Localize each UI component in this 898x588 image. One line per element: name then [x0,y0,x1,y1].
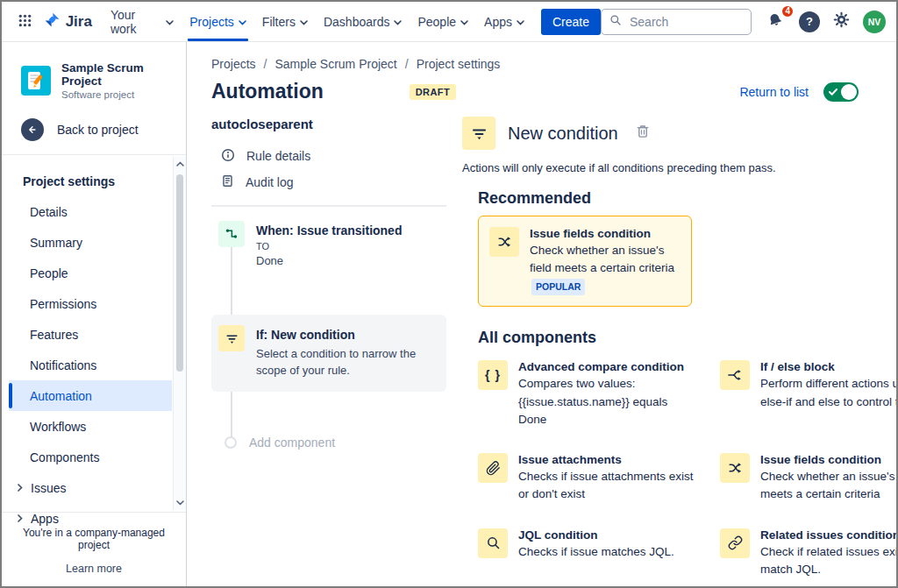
automation-columns: autocloseparent Rule details [211,117,882,586]
jira-logo-icon [43,11,61,32]
nav-item-apps[interactable]: Apps [476,2,532,41]
condition-description: Select a condition to narrow the scope o… [256,346,436,379]
component-advanced-compare-condition[interactable]: { } Advanced compare condition Compares … [478,360,697,429]
paperclip-icon [478,453,508,483]
breadcrumb-project-name[interactable]: Sample Scrum Project [274,57,396,71]
sidebar-item-people[interactable]: People [9,258,172,288]
components-grid: { } Advanced compare condition Compares … [478,360,882,586]
sidebar-item-notifications[interactable]: Notifications [9,350,172,380]
breadcrumb-projects[interactable]: Projects [211,57,256,71]
page-title: Automation [211,80,324,103]
recommended-card-text: Issue fields condition Check whether an … [530,227,681,295]
breadcrumb-separator: / [405,57,409,71]
filter-icon [218,325,245,351]
sidebar-item-issues[interactable]: Issues [9,472,172,503]
notifications-button[interactable]: 4 [764,11,787,32]
project-sidebar: Sample Scrum Project Software project Ba… [2,42,187,586]
picker-subtitle: Actions will only execute if all conditi… [462,161,882,174]
scrollbar-thumb[interactable] [176,174,183,372]
component-jql-condition[interactable]: JQL condition Checks if issue matches JQ… [478,528,697,579]
component-description: Check whether an issue's field meets a c… [530,242,681,295]
component-text: Issue attachments Checks if issue attach… [518,453,697,504]
question-mark-icon: ? [806,15,813,28]
scroll-down-arrow-icon[interactable] [174,496,186,510]
shuffle-icon [720,453,750,483]
recommended-heading: Recommended [478,189,882,208]
search-icon [478,528,508,558]
search-input[interactable] [628,14,743,30]
nav-item-filters[interactable]: Filters [254,2,316,41]
jira-logo[interactable]: Jira [43,11,92,32]
picker-header: New condition [462,117,882,150]
sidebar-item-features[interactable]: Features [9,319,172,350]
component-issue-attachments[interactable]: Issue attachments Checks if issue attach… [478,453,697,504]
settings-button[interactable] [832,11,851,32]
component-issue-fields-condition[interactable]: Issue fields condition Check whether an … [720,453,896,504]
sidebar-item-permissions[interactable]: Permissions [9,288,172,319]
picker-title: New condition [508,124,618,144]
component-if-else-block[interactable]: If / else block Perform different action… [720,360,896,429]
nav-item-people[interactable]: People [410,2,476,41]
learn-more-link[interactable]: Learn more [66,563,122,575]
sidebar-item-components[interactable]: Components [9,442,172,472]
nav-item-your-work[interactable]: Your work [103,2,182,41]
trigger-node-text: When: Issue transitioned TO Done [256,221,402,267]
component-text: Issue fields condition Check whether an … [760,453,896,504]
rule-menu: Rule details Audit log [211,143,446,195]
sidebar-item-workflows[interactable]: Workflows [9,411,172,442]
toggle-knob [841,84,857,100]
delete-condition-button[interactable] [637,124,649,142]
settings-nav-heading: Project settings [2,166,172,196]
sidebar-item-details[interactable]: Details [9,196,172,227]
rule-enabled-toggle[interactable] [823,82,859,102]
top-navigation-bar: Jira Your work Projects Filters Dashboar… [2,2,896,42]
page-content: Sample Scrum Project Software project Ba… [2,42,896,586]
chevron-down-icon [239,20,246,25]
nav-item-projects[interactable]: Projects [182,2,254,41]
jira-window: Jira Your work Projects Filters Dashboar… [0,0,898,588]
user-avatar[interactable]: NV [863,11,886,33]
create-button[interactable]: Create [541,9,601,35]
sidebar-scrollbar[interactable] [173,157,186,510]
add-component-row[interactable]: Add component [211,436,446,450]
condition-node-selected[interactable]: If: New condition Select a condition to … [211,315,446,392]
nav-item-dashboards[interactable]: Dashboards [316,2,410,41]
component-text: If / else block Perform different action… [760,360,896,429]
sidebar-item-apps[interactable]: Apps [9,503,172,534]
back-to-project-button[interactable]: Back to project [2,103,186,154]
breadcrumb-project-settings[interactable]: Project settings [417,57,501,71]
main-panel: Projects / Sample Scrum Project / Projec… [187,42,896,586]
component-picker-panel: New condition Actions will only execute … [462,117,882,586]
chevron-right-icon [18,484,23,492]
braces-icon: { } [478,360,508,390]
project-type: Software project [61,89,175,100]
shuffle-icon [489,227,519,257]
global-search[interactable] [601,9,752,35]
arrow-left-icon [21,118,44,141]
chevron-down-icon [300,20,308,25]
branch-icon [720,360,750,390]
breadcrumb-separator: / [264,57,267,71]
transition-trigger-icon [218,221,245,247]
return-to-list-link[interactable]: Return to list [739,85,809,99]
scroll-up-arrow-icon[interactable] [174,157,186,171]
project-title-block: Sample Scrum Project Software project [61,61,175,100]
component-text: Advanced compare condition Compares two … [518,360,697,429]
project-name: Sample Scrum Project [61,61,175,88]
back-to-project-label: Back to project [57,123,139,137]
recommended-issue-fields-condition-card[interactable]: Issue fields condition Check whether an … [478,216,692,307]
sidebar-item-summary[interactable]: Summary [9,227,172,258]
app-grid-icon [18,13,32,31]
check-icon [829,89,837,96]
help-button[interactable]: ? [799,11,820,32]
audit-log-item[interactable]: Audit log [211,169,446,195]
sidebar-item-automation[interactable]: Automation [9,380,172,411]
project-avatar-icon [21,66,51,96]
draft-status-badge: DRAFT [410,84,456,100]
component-text: JQL condition Checks if issue matches JQ… [518,528,674,579]
component-related-issues-condition[interactable]: Related issues condition Check if relate… [720,528,896,579]
rule-details-item[interactable]: Rule details [211,143,446,169]
trigger-node[interactable]: When: Issue transitioned TO Done [211,221,446,267]
app-switcher-button[interactable] [12,9,38,35]
filter-icon [462,117,495,150]
